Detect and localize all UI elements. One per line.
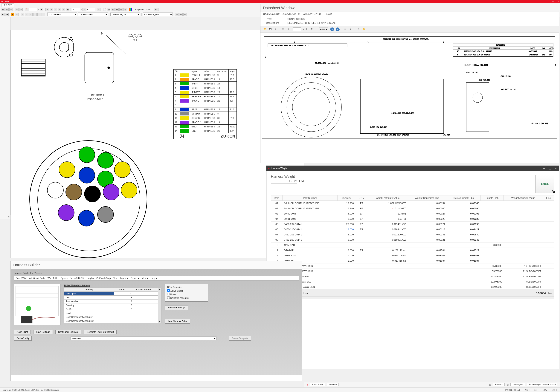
open-icon[interactable]: 📂 [264, 28, 267, 31]
fit-page-icon[interactable]: ⊞ [350, 28, 353, 31]
action-button[interactable]: Place BOM [14, 330, 31, 334]
advance-settings-button[interactable]: Advance Settings [165, 305, 188, 310]
ds-tab[interactable]: 0460-202-16141 [303, 13, 321, 16]
ec-button[interactable]: EC [154, 8, 159, 11]
table-row[interactable]: 14DT06-6S1.0000.317466 oz0.019840.01984 [271, 258, 554, 263]
doc-tab[interactable]: IPC-2581 [1, 3, 14, 7]
tool-icon[interactable]: ▨ [123, 8, 127, 11]
tab-genesys[interactable]: E³.GenesysConnector v1.5 [527, 383, 558, 386]
menu-item[interactable]: Cut/Mark/Strip [96, 277, 111, 279]
tool-icon[interactable]: ▥ [5, 8, 9, 11]
tool-icon[interactable]: ▦ [1, 8, 4, 11]
align-icon[interactable]: ⫟ [50, 8, 53, 11]
h-scrollbar[interactable] [271, 296, 554, 299]
tool-icon[interactable]: ◪ [5, 13, 9, 16]
menu-item[interactable]: Misc ▾ [142, 277, 148, 279]
dropdown-icon[interactable]: ▾ [82, 8, 86, 11]
table-row[interactable]: 023/4 INCH CORRUGATED TUBE6.240FT▲ 5 oz/… [271, 206, 554, 211]
table-row[interactable]: 0439-01-20451.000EA1.034 g0.002280.00228 [271, 216, 554, 222]
menu-item[interactable]: Help ▾ [151, 277, 157, 279]
tab-messages[interactable]: Messages [510, 383, 525, 386]
wire-gauge-combo[interactable]: 16-AWG-GRN [78, 12, 108, 16]
tab-formboard[interactable]: Formboard [310, 383, 325, 386]
tool-icon[interactable]: ▦ [115, 8, 119, 11]
maximize-icon[interactable]: ▢ [549, 167, 551, 170]
table-row[interactable]: 070462-201-161414.0000.021200 OZ0.001330… [271, 232, 554, 237]
tool-icon[interactable]: ⫵ [33, 13, 37, 16]
grid-row[interactable]: Part NumberB [64, 299, 158, 303]
tab-results[interactable]: Results [493, 383, 505, 386]
tool-icon[interactable]: ▭ [15, 13, 19, 16]
grid-row[interactable]: DescriptionC [64, 292, 158, 296]
tool-icon[interactable]: ⋮ [41, 13, 45, 16]
zoom-combo[interactable]: 65% [319, 27, 328, 31]
datasheet-drawing[interactable]: 4 3 2 © COPYRIGHT 2015 BY - TE CONNECTIV… [262, 34, 557, 139]
template-combo[interactable]: <Default> [70, 336, 217, 340]
tool-icon[interactable]: ⟲ [21, 13, 24, 16]
action-button[interactable]: Generate Loom Cut Report [84, 330, 117, 334]
group-icon[interactable]: ▣ [66, 8, 70, 11]
grid-row[interactable]: User Component Attribute 1 [64, 315, 158, 319]
wire-type-combo[interactable]: GXL-GREEN [47, 12, 77, 16]
table-row[interactable]: 19GXL-BROWN:18-AWG-BRN182.960008LBS/1000… [271, 284, 554, 290]
item-number-editor-button[interactable]: Item Number Editor [165, 319, 190, 324]
table-row[interactable]: 050460-202-1614128.000EA0.019401 OZ0.001… [271, 222, 554, 227]
tool-icon[interactable]: ▥ [111, 8, 114, 11]
angle-input-1[interactable] [29, 8, 37, 11]
table-row[interactable]: 18GXL-BLUE:18-AWG-BLU222.960008LBS/1000F… [271, 279, 554, 284]
action-button[interactable]: Save Settings [33, 330, 53, 334]
delete-template-button[interactable]: Delete Template [229, 336, 251, 341]
panel-close[interactable]: ✕ [0, 215, 10, 219]
v-scrollbar[interactable]: ▲▼ [158, 287, 161, 323]
select-icon[interactable]: ⬉ [358, 28, 361, 31]
table-row[interactable]: 11DT04-4P2.000EA0.282192 oz0.017640.0352… [271, 248, 554, 253]
grid-row[interactable]: RefDesF [64, 307, 158, 311]
tool-icon[interactable]: ⟳ [25, 13, 29, 16]
table-row[interactable]: 12DT04-12PA1.0000.529109 oz0.033070.0330… [271, 253, 554, 258]
print-icon[interactable]: 🖨 [274, 28, 278, 31]
dropdown-icon[interactable]: ▾ [97, 8, 100, 11]
bom-settings-grid[interactable]: SettingValueExcel Column DescriptionCIte… [64, 287, 158, 323]
menu-item[interactable]: Splices [61, 277, 68, 279]
table-row[interactable]: 17GXL-BLUE:16-AWG-BLU112.4800011.5LBS/10… [271, 274, 554, 279]
menu-item[interactable]: Export ▾ [131, 277, 139, 279]
angle-input-3[interactable] [87, 8, 95, 11]
hand-icon[interactable]: ✋ [363, 28, 366, 31]
ds-tab[interactable]: 114017 [324, 13, 332, 16]
align-icon[interactable]: ⫞ [45, 8, 49, 11]
first-page-icon[interactable]: ⏮ [282, 28, 286, 31]
corename-h-combo[interactable]: CoreName_hori [110, 12, 140, 16]
fit-width-icon[interactable]: ▭ [344, 28, 348, 31]
active-sheet-checkbox[interactable]: Active Sheet [167, 289, 206, 292]
tool-icon[interactable]: ⫴ [29, 13, 32, 16]
pin-icon[interactable]: 📍 [25, 8, 29, 11]
grid-row[interactable]: ItemA [64, 296, 158, 299]
dash-config-button[interactable]: Dash Config [14, 336, 32, 341]
action-button[interactable]: Cost/Labor Estimate [55, 330, 81, 334]
page-input[interactable] [293, 28, 301, 31]
table-row[interactable]: 011/2 INCH CORRUGATED TUBE13.900FT1.852 … [271, 201, 554, 206]
dropdown-icon[interactable]: ▾ [40, 8, 43, 11]
ds-tab[interactable]: HD34-18-14PE [263, 13, 280, 16]
tool-icon[interactable]: ⊟ [179, 13, 183, 16]
chart-icon[interactable]: 📈 [103, 8, 106, 11]
minimize-icon[interactable]: — [547, 0, 549, 3]
save-icon[interactable]: 💾 [269, 28, 272, 31]
table-row[interactable]: 16GXL-BLACK:16-AWG-BLK53.7300011.5LBS/10… [271, 269, 554, 274]
tool-icon[interactable]: ⋯ [19, 8, 23, 11]
zoom-in-icon[interactable]: + [336, 28, 340, 31]
component-cloud-button[interactable]: Component Cloud [133, 9, 151, 11]
next-page-icon[interactable]: ▶ [306, 28, 309, 31]
sel-assembly-checkbox[interactable]: Selected Assembly [167, 296, 206, 299]
plus-icon[interactable]: + [9, 8, 13, 11]
menu-item[interactable]: View/Edit Strip Lengths [70, 277, 94, 279]
distribute-icon[interactable]: ⋯ [62, 8, 65, 11]
corename-v-combo[interactable]: CoreName_vert [143, 12, 173, 16]
grid-row[interactable]: QuantityD [64, 303, 158, 307]
grid-row[interactable]: UoME [64, 311, 158, 315]
project-checkbox[interactable]: Project [167, 293, 206, 296]
align-icon[interactable]: ⫠ [54, 8, 57, 11]
menu-item[interactable]: Import ▾ [120, 277, 128, 279]
last-page-icon[interactable]: ⏭ [311, 28, 315, 31]
tab-preview[interactable]: Preview [327, 383, 339, 386]
